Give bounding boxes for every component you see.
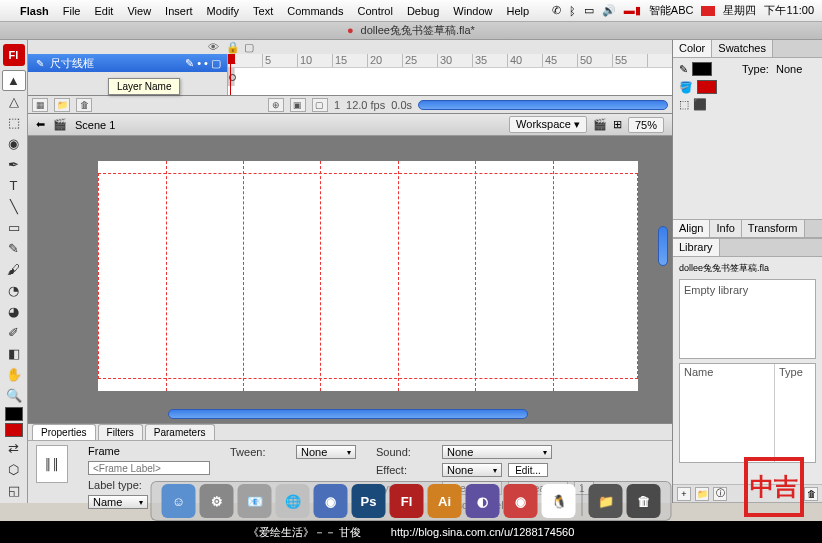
- dock-qq[interactable]: 🐧: [542, 484, 576, 518]
- frame-label-input[interactable]: [88, 461, 210, 475]
- stroke-color-swatch[interactable]: [5, 407, 23, 421]
- onion-outline-button[interactable]: ▢: [312, 98, 328, 112]
- sound-select[interactable]: None: [442, 445, 552, 459]
- menu-file[interactable]: File: [63, 5, 81, 17]
- onion-skin-button[interactable]: ▣: [290, 98, 306, 112]
- new-folder-button[interactable]: 📁: [54, 98, 70, 112]
- menu-commands[interactable]: Commands: [287, 5, 343, 17]
- fill-swatch[interactable]: [697, 80, 717, 94]
- edit-button[interactable]: Edit...: [508, 463, 548, 477]
- column-type[interactable]: Type: [775, 364, 815, 462]
- hand-tool[interactable]: ✋: [2, 364, 26, 385]
- tab-library[interactable]: Library: [673, 239, 720, 256]
- ink-bottle-tool[interactable]: ◔: [2, 280, 26, 301]
- menu-edit[interactable]: Edit: [94, 5, 113, 17]
- scene-selector-icon[interactable]: 🎬: [593, 118, 607, 131]
- dock-app2[interactable]: 📧: [238, 484, 272, 518]
- tab-align[interactable]: Align: [673, 220, 710, 237]
- center-frame-button[interactable]: ⊕: [268, 98, 284, 112]
- free-transform-tool[interactable]: ⬚: [2, 112, 26, 133]
- library-list[interactable]: Name Type: [679, 363, 816, 463]
- phone-icon[interactable]: ✆: [552, 4, 561, 17]
- swap-colors[interactable]: ⇄: [2, 438, 26, 459]
- menu-text[interactable]: Text: [253, 5, 273, 17]
- close-icon[interactable]: ●: [347, 24, 354, 36]
- lock-icon[interactable]: 🔒: [226, 41, 236, 54]
- eyedropper-tool[interactable]: ✐: [2, 322, 26, 343]
- stage-canvas[interactable]: [98, 161, 638, 391]
- stage-hscrollbar[interactable]: [168, 409, 528, 419]
- workspace-dropdown[interactable]: Workspace ▾: [509, 116, 587, 133]
- dock-photoshop[interactable]: Ps: [352, 484, 386, 518]
- dock-app6[interactable]: ◉: [504, 484, 538, 518]
- new-symbol-button[interactable]: +: [677, 487, 691, 501]
- fill-color-swatch[interactable]: [5, 423, 23, 437]
- menu-modify[interactable]: Modify: [207, 5, 239, 17]
- dock-app7[interactable]: 📁: [589, 484, 623, 518]
- scene-label[interactable]: Scene 1: [75, 119, 115, 131]
- symbol-edit-icon[interactable]: ⊞: [613, 118, 622, 131]
- tab-filters[interactable]: Filters: [98, 424, 143, 440]
- subselection-tool[interactable]: △: [2, 91, 26, 112]
- label-type-select[interactable]: Name: [88, 495, 148, 509]
- new-folder-button[interactable]: 📁: [695, 487, 709, 501]
- menu-insert[interactable]: Insert: [165, 5, 193, 17]
- visibility-icon[interactable]: 👁: [208, 41, 218, 53]
- tab-transform[interactable]: Transform: [742, 220, 805, 237]
- battery-icon[interactable]: ▬▮: [624, 4, 641, 17]
- pencil-tool[interactable]: ✎: [2, 238, 26, 259]
- stage-area[interactable]: [28, 136, 672, 423]
- new-layer-button[interactable]: ▦: [32, 98, 48, 112]
- paint-bucket-tool[interactable]: ◕: [2, 301, 26, 322]
- dock-illustrator[interactable]: Ai: [428, 484, 462, 518]
- bluetooth-icon[interactable]: ᛒ: [569, 5, 576, 17]
- tab-info[interactable]: Info: [710, 220, 741, 237]
- tab-swatches[interactable]: Swatches: [712, 40, 773, 57]
- snap-tool[interactable]: ⬡: [2, 459, 26, 480]
- type-select[interactable]: None: [776, 63, 816, 75]
- menu-control[interactable]: Control: [357, 5, 392, 17]
- dock-finder[interactable]: ☺: [162, 484, 196, 518]
- rectangle-tool[interactable]: ▭: [2, 217, 26, 238]
- playhead[interactable]: [230, 54, 231, 95]
- zoom-dropdown[interactable]: 75%: [628, 117, 664, 133]
- stroke-swatch[interactable]: [692, 62, 712, 76]
- selection-tool[interactable]: ▲: [2, 70, 26, 91]
- timeline-frames[interactable]: 1510152025303540455055: [228, 54, 672, 95]
- flag-icon[interactable]: [701, 6, 715, 16]
- back-icon[interactable]: ⬅: [36, 118, 45, 131]
- lasso-tool[interactable]: ◉: [2, 133, 26, 154]
- volume-icon[interactable]: 🔊: [602, 4, 616, 17]
- swap-icon[interactable]: ⬚: [679, 98, 689, 111]
- document-tab[interactable]: ● dollee兔兔书签草稿.fla*: [307, 21, 515, 40]
- properties-button[interactable]: ⓘ: [713, 487, 727, 501]
- timeline-scrollbar[interactable]: [418, 100, 668, 110]
- tab-properties[interactable]: Properties: [32, 424, 96, 440]
- display-icon[interactable]: ▭: [584, 4, 594, 17]
- zoom-tool[interactable]: 🔍: [2, 385, 26, 406]
- default-icon[interactable]: ⬛: [693, 98, 707, 111]
- options-tool[interactable]: ◱: [2, 480, 26, 501]
- app-name[interactable]: Flash: [20, 5, 49, 17]
- tween-select[interactable]: None: [296, 445, 356, 459]
- dock-app5[interactable]: ◐: [466, 484, 500, 518]
- menu-help[interactable]: Help: [506, 5, 529, 17]
- dock-trash[interactable]: 🗑: [627, 484, 661, 518]
- column-name[interactable]: Name: [680, 364, 775, 462]
- outline-icon[interactable]: ▢: [244, 41, 254, 54]
- menu-view[interactable]: View: [127, 5, 151, 17]
- library-doc-select[interactable]: dollee兔兔书签草稿.fla: [679, 261, 816, 275]
- menu-debug[interactable]: Debug: [407, 5, 439, 17]
- brush-tool[interactable]: 🖌: [2, 259, 26, 280]
- effect-select[interactable]: None: [442, 463, 502, 477]
- ime-label[interactable]: 智能ABC: [649, 3, 694, 18]
- dock-flash[interactable]: Fl: [390, 484, 424, 518]
- layer-row[interactable]: ✎ 尺寸线框 ✎ • • ▢: [28, 54, 227, 72]
- eraser-tool[interactable]: ◧: [2, 343, 26, 364]
- dock-app3[interactable]: 🌐: [276, 484, 310, 518]
- pen-tool[interactable]: ✒: [2, 154, 26, 175]
- line-tool[interactable]: ╲: [2, 196, 26, 217]
- stage-vscrollbar[interactable]: [658, 226, 668, 266]
- tab-parameters[interactable]: Parameters: [145, 424, 215, 440]
- dock-app4[interactable]: ◉: [314, 484, 348, 518]
